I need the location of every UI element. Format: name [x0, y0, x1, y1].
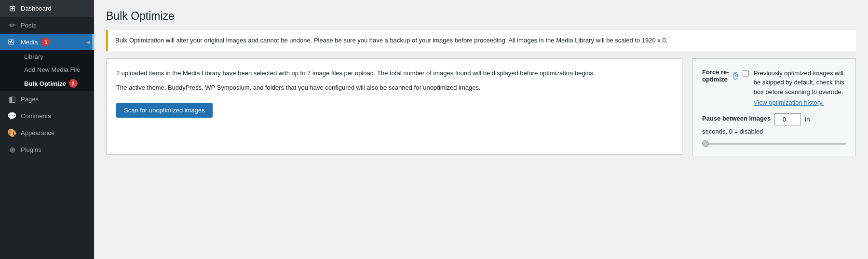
scan-button[interactable]: Scan for unoptimized images: [116, 103, 213, 118]
warning-notice-text: Bulk Optimization will alter your origin…: [115, 37, 667, 44]
sidebar-item-comments[interactable]: 💬 Comments: [0, 108, 94, 124]
comments-icon: 💬: [7, 111, 17, 121]
sidebar-item-media[interactable]: Media 1 ◀: [0, 34, 94, 50]
view-history-link[interactable]: View optimization history.: [754, 99, 824, 106]
side-panel: Force re-optimize ? Previously optimized…: [692, 58, 856, 157]
sidebar-item-label: Dashboard: [21, 5, 52, 12]
bulk-optimize-badge: 2: [69, 79, 78, 88]
sidebar-item-label: Appearance: [21, 129, 54, 136]
force-reoptimize-row: Force re-optimize ? Previously optimized…: [702, 68, 846, 107]
sidebar-item-label: Plugins: [21, 146, 41, 153]
sidebar-item-label: Media: [21, 39, 38, 46]
sidebar-item-appearance[interactable]: 🎨 Appearance: [0, 124, 94, 141]
force-reoptimize-checkbox[interactable]: [743, 69, 749, 77]
pause-hint-text: seconds, 0 = disabled: [702, 128, 846, 135]
main-content: Bulk Optimize Bulk Optimization will alt…: [94, 0, 868, 259]
sidebar-item-posts[interactable]: ✏ Posts: [0, 17, 94, 34]
media-arrow-icon: ◀: [86, 40, 90, 45]
submenu-bulk-optimize-label: Bulk Optimize: [24, 80, 66, 87]
posts-icon: ✏: [7, 21, 17, 30]
warning-notice: Bulk Optimization will alter your origin…: [106, 30, 856, 51]
sidebar-item-pages[interactable]: ◧ Pages: [0, 91, 94, 108]
pages-icon: ◧: [7, 95, 17, 104]
pause-row: Pause between images in: [702, 113, 846, 125]
submenu-library[interactable]: Library: [0, 50, 94, 63]
media-icon: [7, 38, 17, 46]
sidebar-item-label: Comments: [21, 112, 51, 120]
main-panel: 2 uploaded items in the Media Library ha…: [106, 58, 682, 155]
dashboard-icon: ⊞: [7, 4, 17, 13]
sidebar-item-dashboard[interactable]: ⊞ Dashboard: [0, 0, 94, 17]
force-reoptimize-left: Force re-optimize ?: [702, 68, 738, 83]
sidebar: ⊞ Dashboard ✏ Posts Media 1 ◀ Library Ad…: [0, 0, 94, 259]
submenu-library-label: Library: [24, 53, 43, 60]
page-title: Bulk Optimize: [106, 10, 856, 23]
description-line1: 2 uploaded items in the Media Library ha…: [116, 68, 672, 79]
sidebar-item-label: Pages: [21, 95, 39, 103]
help-icon[interactable]: ?: [733, 72, 738, 80]
plugins-icon: ⊕: [7, 145, 17, 154]
pause-input[interactable]: [774, 113, 801, 125]
media-submenu: Library Add New Media File Bulk Optimize…: [0, 50, 94, 91]
pause-in-label: in: [805, 116, 810, 123]
force-reoptimize-label-text: Force re-optimize: [702, 68, 731, 83]
submenu-add-new[interactable]: Add New Media File: [0, 63, 94, 76]
pause-slider[interactable]: [702, 143, 846, 145]
description-line2: The active theme, BuddyPress, WP Symposi…: [116, 83, 672, 93]
sidebar-item-plugins[interactable]: ⊕ Plugins: [0, 141, 94, 158]
force-description-text: Previously optimized images will be skip…: [754, 68, 846, 97]
media-badge: 1: [41, 38, 50, 46]
sidebar-item-label: Posts: [21, 22, 37, 29]
appearance-icon: 🎨: [7, 128, 17, 137]
pause-section: Pause between images in seconds, 0 = dis…: [702, 113, 846, 146]
content-area: 2 uploaded items in the Media Library ha…: [106, 58, 856, 157]
force-reoptimize-description-block: Previously optimized images will be skip…: [754, 68, 846, 107]
submenu-add-new-label: Add New Media File: [24, 66, 80, 73]
submenu-bulk-optimize[interactable]: Bulk Optimize 2: [0, 76, 94, 91]
pause-label-text: Pause between images: [702, 115, 771, 122]
slider-container: [702, 139, 846, 146]
